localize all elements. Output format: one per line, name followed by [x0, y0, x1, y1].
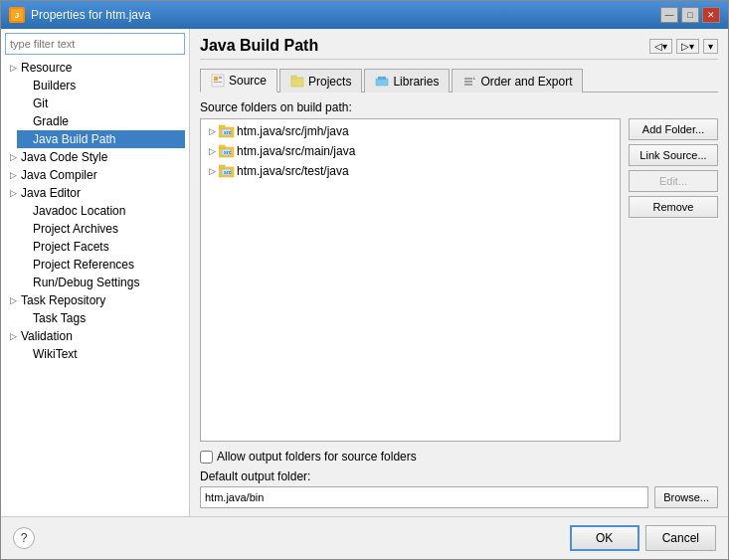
- expand-icon: ▷: [7, 330, 19, 342]
- output-folder-row: Browse...: [200, 486, 718, 508]
- sidebar-item-project-references[interactable]: Project References: [17, 256, 185, 274]
- svg-rect-14: [219, 125, 225, 128]
- sidebar-item-resource[interactable]: ▷ Resource: [5, 59, 185, 77]
- sidebar-item-label: Project Facets: [33, 240, 109, 254]
- close-button[interactable]: ✕: [702, 7, 720, 23]
- edit-button[interactable]: Edit...: [629, 170, 718, 192]
- sidebar-item-project-archives[interactable]: Project Archives: [17, 220, 185, 238]
- sidebar-item-java-editor[interactable]: ▷ Java Editor: [5, 184, 185, 202]
- nav-back-button[interactable]: ◁▾: [649, 39, 672, 54]
- ok-button[interactable]: OK: [570, 525, 639, 551]
- sidebar-item-run-debug-settings[interactable]: Run/Debug Settings: [17, 274, 185, 291]
- nav-menu-button[interactable]: ▾: [703, 39, 718, 54]
- sidebar-item-project-facets[interactable]: Project Facets: [17, 238, 185, 256]
- sidebar-item-java-code-style[interactable]: ▷ Java Code Style: [5, 148, 185, 166]
- sidebar-item-label: Project References: [33, 258, 134, 272]
- filter-input[interactable]: [5, 33, 185, 55]
- sidebar-item-builders[interactable]: Builders: [17, 77, 185, 94]
- tab-projects[interactable]: Projects: [279, 69, 362, 93]
- allow-output-folders-checkbox[interactable]: [200, 451, 213, 464]
- expand-icon: ▷: [7, 62, 19, 74]
- source-folder-icon: src: [219, 163, 235, 179]
- sidebar-item-wikitext[interactable]: WikiText: [17, 345, 185, 363]
- svg-rect-5: [214, 82, 222, 83]
- source-panel: Source folders on build path: ▷: [200, 100, 718, 508]
- output-folder-label: Default output folder:: [200, 469, 718, 483]
- spacer: [19, 80, 31, 92]
- tab-source-label: Source: [229, 74, 267, 88]
- sidebar-item-gradle[interactable]: Gradle: [17, 112, 185, 130]
- source-tree[interactable]: ▷ src htm.java/src/jmh/java: [200, 118, 621, 442]
- window-title: Properties for htm.java: [31, 8, 151, 22]
- sidebar-item-label: Gradle: [33, 114, 69, 128]
- spacer: [19, 133, 31, 145]
- expand-icon: ▷: [7, 151, 19, 163]
- sidebar-item-label: Java Editor: [21, 186, 81, 200]
- source-description: Source folders on build path:: [200, 100, 718, 114]
- tree-item-src-main[interactable]: ▷ src htm.java/src/main/java: [203, 141, 618, 161]
- tree-item-src-test[interactable]: ▷ src htm.java/src/test/java: [203, 161, 618, 181]
- tree-item-src-jmh[interactable]: ▷ src htm.java/src/jmh/java: [203, 121, 618, 141]
- add-folder-button[interactable]: Add Folder...: [629, 118, 718, 140]
- tree-item-label: htm.java/src/main/java: [237, 144, 355, 158]
- bottom-section: Allow output folders for source folders …: [200, 450, 718, 508]
- sidebar-item-label: Validation: [21, 329, 73, 343]
- source-folder-icon: src: [219, 143, 235, 159]
- allow-output-folders-label: Allow output folders for source folders: [217, 450, 417, 464]
- sidebar-item-label: Git: [33, 96, 48, 110]
- spacer: [19, 348, 31, 360]
- tab-libraries[interactable]: Libraries: [364, 69, 450, 93]
- tab-projects-label: Projects: [308, 75, 351, 89]
- svg-text:J: J: [15, 11, 19, 20]
- projects-tab-icon: [290, 75, 304, 89]
- source-folder-icon: src: [219, 123, 235, 139]
- panel-nav: ◁▾ ▷▾ ▾: [649, 39, 718, 54]
- footer-right: OK Cancel: [570, 525, 716, 551]
- spacer: [19, 223, 31, 235]
- sidebar-item-label: Run/Debug Settings: [33, 276, 139, 289]
- remove-button[interactable]: Remove: [629, 196, 718, 218]
- window-icon: J: [9, 7, 25, 23]
- minimize-button[interactable]: —: [660, 7, 678, 23]
- allow-output-folders-row: Allow output folders for source folders: [200, 450, 718, 464]
- dialog-footer: ? OK Cancel: [1, 516, 728, 559]
- cancel-button[interactable]: Cancel: [645, 525, 716, 551]
- sidebar-item-java-compiler[interactable]: ▷ Java Compiler: [5, 166, 185, 184]
- tree-expand-icon: ▷: [205, 166, 219, 176]
- sidebar-item-git[interactable]: Git: [17, 94, 185, 112]
- tab-order-export[interactable]: Order and Export: [452, 69, 583, 93]
- svg-rect-7: [291, 76, 296, 79]
- svg-text:src: src: [224, 129, 232, 135]
- tab-order-export-label: Order and Export: [480, 75, 572, 89]
- expand-icon: ▷: [7, 187, 19, 199]
- output-folder-input[interactable]: [200, 486, 648, 508]
- sidebar-item-label: Task Tags: [33, 311, 86, 325]
- sidebar-item-label: Java Compiler: [21, 168, 97, 182]
- footer-left: ?: [13, 527, 35, 549]
- sidebar-item-label: Project Archives: [33, 222, 118, 236]
- title-bar: J Properties for htm.java — □ ✕: [1, 1, 728, 29]
- spacer: [19, 97, 31, 109]
- browse-button[interactable]: Browse...: [654, 486, 718, 508]
- nav-forward-button[interactable]: ▷▾: [676, 39, 699, 54]
- sidebar: ▷ Resource Builders Git Gradle Java Buil: [1, 29, 190, 516]
- tab-source[interactable]: Source: [200, 69, 277, 93]
- svg-rect-18: [219, 145, 225, 148]
- maximize-button[interactable]: □: [681, 7, 699, 23]
- sidebar-item-task-repository[interactable]: ▷ Task Repository: [5, 291, 185, 309]
- svg-rect-9: [378, 77, 386, 80]
- sidebar-item-java-build-path[interactable]: Java Build Path: [17, 130, 185, 148]
- sidebar-item-label: Task Repository: [21, 293, 105, 307]
- svg-text:src: src: [224, 169, 232, 175]
- sidebar-item-validation[interactable]: ▷ Validation: [5, 327, 185, 345]
- sidebar-item-javadoc-location[interactable]: Javadoc Location: [17, 202, 185, 220]
- tree-item-label: htm.java/src/test/java: [237, 164, 349, 178]
- order-tab-icon: [462, 75, 476, 89]
- link-source-button[interactable]: Link Source...: [629, 144, 718, 166]
- title-bar-left: J Properties for htm.java: [9, 7, 151, 23]
- panel-title: Java Build Path: [200, 37, 318, 55]
- spacer: [19, 259, 31, 271]
- svg-rect-6: [291, 78, 303, 87]
- help-button[interactable]: ?: [13, 527, 35, 549]
- sidebar-item-task-tags[interactable]: Task Tags: [17, 309, 185, 327]
